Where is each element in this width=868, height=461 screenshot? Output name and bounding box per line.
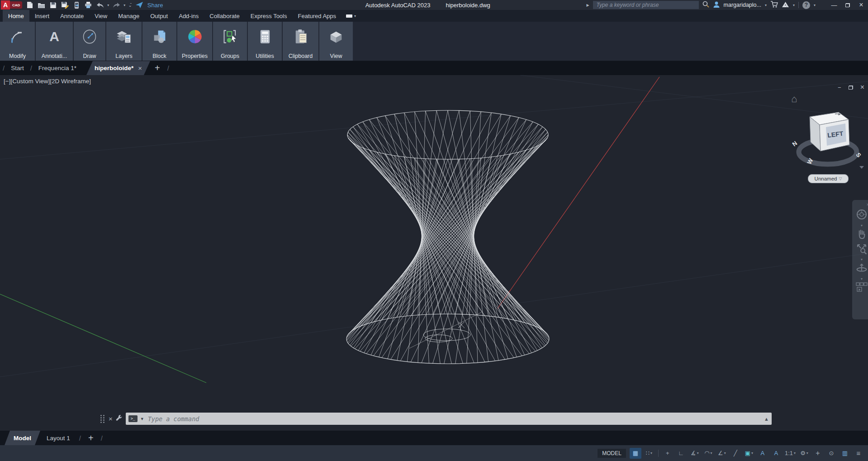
panel-block[interactable]: Block xyxy=(142,22,176,61)
viewcube-view-pill[interactable]: Unnamed ▽ xyxy=(808,174,849,183)
compass-north[interactable]: N xyxy=(791,140,799,148)
redo-icon[interactable] xyxy=(112,1,121,9)
new-layout-button[interactable]: + xyxy=(84,431,98,445)
ortho-mode-toggle[interactable]: ∟ xyxy=(675,448,687,459)
isolate-objects-button[interactable]: ⊙ xyxy=(825,448,837,459)
zoom-extents-icon[interactable] xyxy=(856,243,868,257)
username-button[interactable]: margaridaplo... xyxy=(724,2,761,8)
command-expand-icon[interactable]: ▲ xyxy=(764,416,769,422)
drag-grip[interactable] xyxy=(100,415,105,423)
recent-commands-caret-icon[interactable]: ▼ xyxy=(140,417,144,421)
close-tab-icon[interactable]: × xyxy=(138,64,142,72)
new-file-icon[interactable] xyxy=(25,1,34,9)
ribbon-tab-home[interactable]: Home xyxy=(3,10,29,22)
command-input[interactable] xyxy=(147,415,761,423)
workspace-switching-button[interactable]: ⚙▾ xyxy=(798,448,810,459)
graphics-performance-button[interactable]: ▥ xyxy=(839,448,851,459)
ribbon-tab-annotate[interactable]: Annotate xyxy=(55,10,89,22)
ribbon-display-toggle[interactable]: ▾ xyxy=(342,10,360,22)
ribbon-tab-featured-apps[interactable]: Featured Apps xyxy=(292,10,342,22)
print-icon[interactable] xyxy=(84,1,93,9)
viewport-restore-icon[interactable] xyxy=(849,83,853,91)
new-drawing-button[interactable]: + xyxy=(150,61,165,75)
tab-layout1[interactable]: Layout 1 xyxy=(40,431,76,445)
dynamic-input-toggle[interactable]: + xyxy=(662,448,674,459)
command-prompt-icon[interactable]: >_ xyxy=(128,415,138,422)
autodesk-logo-icon[interactable] xyxy=(782,1,789,9)
cart-icon[interactable] xyxy=(770,1,778,9)
orbit-icon[interactable] xyxy=(856,262,868,276)
navigation-bar[interactable]: × ▾ ▾ ▾ xyxy=(852,200,868,319)
panel-annotation[interactable]: A Annotati... xyxy=(36,22,73,61)
search-input[interactable] xyxy=(596,1,696,9)
redo-caret-icon[interactable]: ▾ xyxy=(123,3,125,7)
restore-button[interactable] xyxy=(841,0,854,10)
help-caret-icon[interactable]: ▾ xyxy=(814,3,816,7)
lineweight-toggle[interactable]: ╱ xyxy=(730,448,741,459)
search-icon[interactable] xyxy=(702,1,709,9)
command-line-bar[interactable]: × >_ ▼ ▲ xyxy=(100,412,772,426)
panel-utilities[interactable]: Utilities xyxy=(248,22,282,61)
viewcube-menu-caret-icon[interactable] xyxy=(859,166,864,169)
minimize-button[interactable]: — xyxy=(827,0,841,10)
search-box[interactable] xyxy=(593,1,699,9)
open-from-mobile-icon[interactable] xyxy=(72,1,81,9)
model-space-indicator[interactable]: MODEL xyxy=(598,449,626,458)
polar-tracking-toggle[interactable]: ∡▾ xyxy=(689,448,701,459)
panel-groups[interactable]: Groups xyxy=(213,22,247,61)
save-icon[interactable] xyxy=(48,1,57,9)
panel-modify[interactable]: Modify xyxy=(0,22,35,61)
showmotion-icon[interactable] xyxy=(855,282,868,295)
tab-model[interactable]: Model xyxy=(5,431,40,445)
object-snap-toggle[interactable]: ▣▾ xyxy=(743,448,755,459)
pan-hand-icon[interactable] xyxy=(856,228,868,242)
doc-tab-start[interactable]: Start xyxy=(7,61,28,75)
panel-draw[interactable]: Draw xyxy=(74,22,105,61)
share-plane-icon[interactable] xyxy=(135,1,144,9)
viewport-minimize-icon[interactable]: − xyxy=(838,83,841,91)
annotation-visibility-toggle[interactable]: A xyxy=(757,448,768,459)
open-folder-icon[interactable] xyxy=(37,1,46,9)
save-as-icon[interactable] xyxy=(60,1,69,9)
navbar-close-icon[interactable]: × xyxy=(867,202,868,207)
help-icon[interactable]: ? xyxy=(802,1,810,9)
customize-qat-icon[interactable]: ⌄̄ xyxy=(128,3,132,8)
viewport-controls-label[interactable]: [−][Custom View][2D Wireframe] xyxy=(4,78,91,85)
ribbon-tab-express-tools[interactable]: Express Tools xyxy=(245,10,293,22)
chevron-down-icon[interactable]: ▾ xyxy=(861,223,863,228)
panel-layers[interactable]: Layers xyxy=(106,22,142,61)
snap-mode-toggle[interactable]: ∷▾ xyxy=(643,448,655,459)
ribbon-tab-view[interactable]: View xyxy=(89,10,113,22)
panel-clipboard[interactable]: Clipboard xyxy=(283,22,318,61)
user-caret-icon[interactable]: ▾ xyxy=(765,3,767,7)
search-expand-icon[interactable]: ▶ xyxy=(586,3,589,7)
wrench-icon[interactable] xyxy=(115,414,123,423)
viewport-close-icon[interactable]: × xyxy=(860,83,864,91)
ribbon-tab-insert[interactable]: Insert xyxy=(29,10,55,22)
undo-icon[interactable] xyxy=(95,1,104,9)
autodesk-caret-icon[interactable]: ▾ xyxy=(793,3,795,7)
command-close-icon[interactable]: × xyxy=(109,415,113,423)
panel-view[interactable]: View xyxy=(319,22,353,61)
command-input-bar[interactable]: >_ ▼ ▲ xyxy=(126,413,772,425)
customization-button[interactable]: ≡ xyxy=(853,448,864,459)
autocad-app-icon[interactable]: A CAD xyxy=(1,0,22,10)
panel-properties[interactable]: Properties xyxy=(177,22,212,61)
isodraft-toggle[interactable]: ◠▾ xyxy=(702,448,714,459)
snap-caret-icon[interactable]: ▾ xyxy=(650,451,652,455)
steering-wheel-icon[interactable] xyxy=(855,208,868,223)
chevron-down-icon[interactable]: ▾ xyxy=(861,277,863,281)
ribbon-tab-manage[interactable]: Manage xyxy=(113,10,145,22)
doc-tab-hiperboloide[interactable]: hiperboloide* × xyxy=(86,61,150,75)
grid-display-toggle[interactable]: ▦ xyxy=(630,448,641,459)
drawing-viewport[interactable]: [−][Custom View][2D Wireframe] − × ⌂ LEF… xyxy=(0,75,868,431)
annotation-autoscale-toggle[interactable]: A xyxy=(770,448,782,459)
ribbon-tab-collaborate[interactable]: Collaborate xyxy=(204,10,245,22)
close-button[interactable]: × xyxy=(854,0,868,10)
share-button[interactable]: Share xyxy=(147,2,163,9)
doc-tab-frequencia[interactable]: Frequencia 1* xyxy=(35,61,80,75)
annotation-monitor-button[interactable]: + xyxy=(812,448,824,459)
ribbon-tab-addins[interactable]: Add-ins xyxy=(173,10,204,22)
chevron-down-icon[interactable]: ▾ xyxy=(861,257,863,261)
user-icon[interactable] xyxy=(713,1,720,9)
